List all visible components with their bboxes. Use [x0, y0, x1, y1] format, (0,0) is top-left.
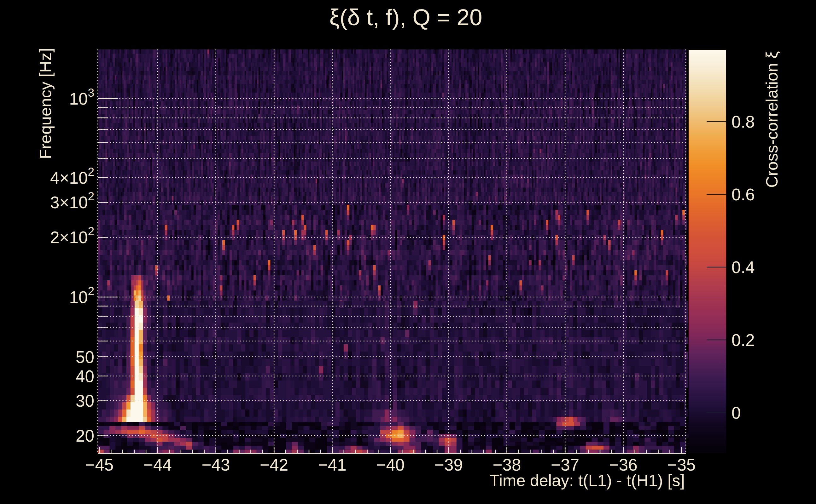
svg-text:0.8: 0.8 [732, 112, 755, 131]
svg-text:−39: −39 [434, 455, 463, 474]
svg-text:−43: −43 [202, 455, 230, 474]
svg-text:40: 40 [76, 367, 94, 386]
svg-text:0.2: 0.2 [732, 331, 755, 349]
svg-text:3×102: 3×102 [50, 190, 94, 212]
svg-text:−41: −41 [318, 455, 347, 474]
svg-text:0: 0 [732, 404, 741, 422]
svg-text:50: 50 [76, 348, 94, 366]
svg-text:4×102: 4×102 [50, 165, 94, 187]
svg-text:−44: −44 [143, 455, 172, 474]
svg-text:20: 20 [76, 427, 94, 445]
svg-text:Time delay: t(L1) - t(H1) [s]: Time delay: t(L1) - t(H1) [s] [490, 471, 685, 490]
svg-text:0.4: 0.4 [732, 258, 755, 277]
svg-text:−45: −45 [85, 455, 113, 474]
svg-text:30: 30 [76, 392, 94, 410]
svg-text:−42: −42 [260, 455, 288, 474]
svg-text:2×102: 2×102 [50, 225, 94, 247]
svg-text:ξ(δ t, f), Q = 20: ξ(δ t, f), Q = 20 [329, 4, 482, 30]
svg-text:0.6: 0.6 [732, 185, 755, 204]
svg-text:Frequency [Hz]: Frequency [Hz] [36, 48, 55, 159]
svg-text:Cross-correlation ξ: Cross-correlation ξ [763, 51, 781, 188]
svg-text:−40: −40 [376, 455, 405, 474]
